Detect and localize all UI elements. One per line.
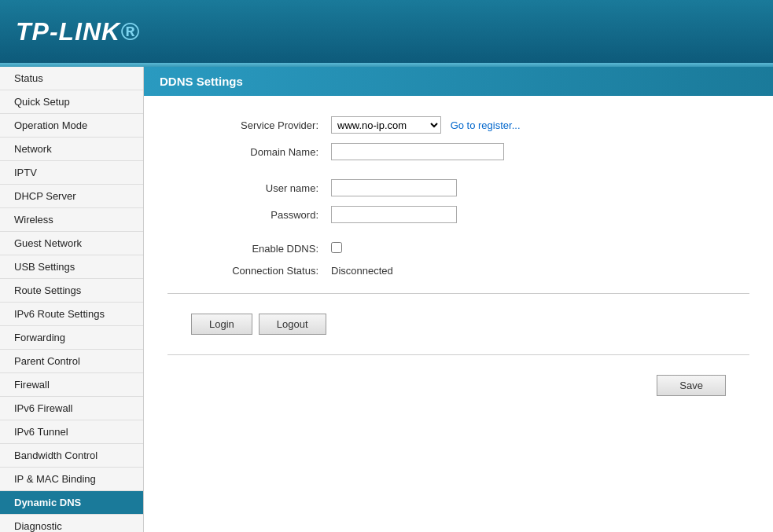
enable-ddns-label: Enable DDNS: [167, 237, 325, 260]
sidebar-item-ipv6-firewall[interactable]: IPv6 Firewall [0, 397, 143, 420]
enable-ddns-row: Enable DDNS: [167, 237, 749, 260]
enable-ddns-cell [325, 237, 749, 260]
logo: TP-LINK® [16, 17, 140, 46]
login-button[interactable]: Login [191, 314, 252, 335]
enable-ddns-checkbox[interactable] [331, 242, 342, 253]
sidebar-item-forwarding[interactable]: Forwarding [0, 326, 143, 350]
spacer-2 [167, 228, 749, 237]
sidebar-item-status[interactable]: Status [0, 67, 143, 90]
sidebar-item-wireless[interactable]: Wireless [0, 208, 143, 232]
service-provider-select[interactable]: www.no-ip.comwww.dyndns.orgwww.comexe.cn [331, 116, 441, 134]
username-input[interactable] [331, 179, 457, 196]
sidebar: StatusQuick SetupOperation ModeNetworkIP… [0, 67, 144, 532]
sidebar-item-bandwidth-control[interactable]: Bandwidth Control [0, 444, 143, 468]
sidebar-item-ipv6-route-settings[interactable]: IPv6 Route Settings [0, 303, 143, 326]
service-provider-label: Service Provider: [167, 112, 325, 138]
register-link[interactable]: Go to register... [451, 119, 521, 131]
sidebar-item-diagnostic[interactable]: Diagnostic [0, 515, 143, 532]
service-provider-row: Service Provider: www.no-ip.comwww.dyndn… [167, 112, 749, 138]
password-row: Password: [167, 201, 749, 228]
domain-name-row: Domain Name: [167, 138, 749, 165]
domain-name-input[interactable] [331, 143, 504, 160]
sidebar-item-network[interactable]: Network [0, 138, 143, 161]
connection-status-row: Connection Status: Disconnected [167, 260, 749, 281]
sidebar-item-iptv[interactable]: IPTV [0, 161, 143, 185]
domain-name-label: Domain Name: [167, 138, 325, 165]
main-content: DDNS Settings Service Provider: www.no-i… [144, 67, 773, 532]
sidebar-item-dhcp-server[interactable]: DHCP Server [0, 185, 143, 208]
divider-1 [167, 293, 749, 294]
service-provider-cell: www.no-ip.comwww.dyndns.orgwww.comexe.cn… [325, 112, 749, 138]
save-row: Save [167, 367, 749, 404]
username-row: User name: [167, 174, 749, 201]
password-label: Password: [167, 201, 325, 228]
sidebar-item-usb-settings[interactable]: USB Settings [0, 255, 143, 279]
sidebar-item-quick-setup[interactable]: Quick Setup [0, 90, 143, 114]
sidebar-item-ipv6-tunnel[interactable]: IPv6 Tunnel [0, 420, 143, 444]
divider-2 [167, 354, 749, 355]
content-area: Service Provider: www.no-ip.comwww.dyndn… [144, 96, 773, 420]
logo-trademark: ® [120, 17, 140, 46]
sidebar-item-route-settings[interactable]: Route Settings [0, 279, 143, 303]
connection-status-label: Connection Status: [167, 260, 325, 281]
page-title: DDNS Settings [144, 67, 773, 96]
sidebar-item-ip-mac-binding[interactable]: IP & MAC Binding [0, 468, 143, 491]
username-label: User name: [167, 174, 325, 201]
sidebar-item-firewall[interactable]: Firewall [0, 373, 143, 397]
action-buttons: Login Logout [167, 306, 749, 343]
sidebar-item-operation-mode[interactable]: Operation Mode [0, 114, 143, 138]
password-input[interactable] [331, 206, 457, 223]
layout: StatusQuick SetupOperation ModeNetworkIP… [0, 67, 773, 532]
sidebar-item-parent-control[interactable]: Parent Control [0, 350, 143, 373]
header: TP-LINK® [0, 0, 773, 63]
password-cell [325, 201, 749, 228]
logout-button[interactable]: Logout [259, 314, 326, 335]
ddns-form: Service Provider: www.no-ip.comwww.dyndn… [167, 112, 749, 281]
connection-status-value: Disconnected [331, 265, 393, 277]
username-cell [325, 174, 749, 201]
sidebar-item-dynamic-dns[interactable]: Dynamic DNS [0, 491, 143, 515]
save-button[interactable]: Save [657, 375, 726, 396]
connection-status-cell: Disconnected [325, 260, 749, 281]
spacer-1 [167, 165, 749, 174]
domain-name-cell [325, 138, 749, 165]
sidebar-item-guest-network[interactable]: Guest Network [0, 232, 143, 255]
